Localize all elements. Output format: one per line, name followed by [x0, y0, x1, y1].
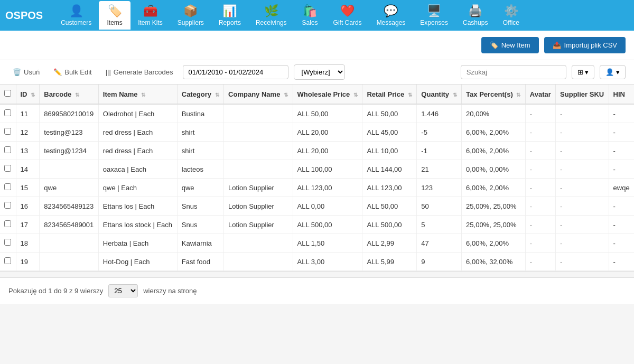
row-checkbox-15[interactable] [4, 183, 11, 190]
cell-tax-percents: 20,00% [462, 104, 526, 123]
row-checkbox-cell[interactable] [0, 123, 16, 142]
top-navigation: OSPOS 👤 Customers 🏷️ Items 🧰 Item Kits 📦… [0, 0, 634, 31]
nav-item-expenses[interactable]: 🖥️ Expenses [413, 1, 455, 30]
row-checkbox-13[interactable] [4, 146, 11, 153]
row-checkbox-cell[interactable] [0, 197, 16, 216]
horizontal-scrollbar[interactable] [0, 271, 634, 277]
row-checkbox-cell[interactable] [0, 234, 16, 253]
cell-supplier-sku: - [556, 123, 609, 142]
cell-id: 11 [16, 104, 40, 123]
delete-label: Usuń [24, 68, 40, 76]
cell-wholesale-price: ALL 500,00 [293, 216, 362, 234]
nav-item-items[interactable]: 🏷️ Items [99, 1, 130, 30]
import-csv-button[interactable]: 📤 Importuj plik CSV [544, 37, 626, 53]
per-page-select[interactable]: 25 50 100 [108, 284, 138, 297]
row-checkbox-16[interactable] [4, 202, 11, 209]
nav-item-messages[interactable]: 💬 Messages [369, 1, 413, 30]
table-row: 19 Hot-Dog | Each Fast food ALL 3,00 ALL… [0, 253, 634, 271]
view-toggle-button[interactable]: ⊞ ▾ [572, 65, 595, 79]
col-header-wholesale-price[interactable]: Wholesale Price ⇅ [293, 85, 362, 104]
cell-hin: - [609, 253, 634, 271]
cell-category: qwe [177, 179, 223, 197]
cell-hin: - [609, 104, 634, 123]
cell-wholesale-price: ALL 0,00 [293, 197, 362, 216]
cell-id: 19 [16, 253, 40, 271]
row-checkbox-17[interactable] [4, 220, 11, 227]
cell-category: Bustina [177, 104, 223, 123]
col-header-hin[interactable]: HIN [609, 85, 634, 104]
col-header-avatar[interactable]: Avatar [525, 85, 555, 104]
cell-retail-price: ALL 500,00 [362, 216, 417, 234]
cell-wholesale-price: ALL 100,00 [293, 160, 362, 179]
col-header-supplier-sku[interactable]: Supplier SKU [556, 85, 609, 104]
col-header-retail-price[interactable]: Retail Price ⇅ [362, 85, 417, 104]
cell-barcode [40, 160, 99, 179]
col-header-barcode[interactable]: Barcode ⇅ [40, 85, 99, 104]
cell-id: 12 [16, 123, 40, 142]
cell-retail-price: ALL 144,00 [362, 160, 417, 179]
cell-tax-percents: 6,00%, 2,00% [462, 123, 526, 142]
col-header-category[interactable]: Category ⇅ [177, 85, 223, 104]
row-checkbox-cell[interactable] [0, 253, 16, 271]
nav-item-suppliers[interactable]: 📦 Suppliers [170, 1, 211, 30]
cell-barcode: 8234565489123 [40, 197, 99, 216]
nav-item-item-kits[interactable]: 🧰 Item Kits [130, 1, 170, 30]
cell-tax-percents: 6,00%, 2,00% [462, 234, 526, 253]
generate-barcodes-button[interactable]: ||| Generate Barcodes [101, 66, 178, 78]
cell-avatar: - [525, 197, 555, 216]
action-bar: 🗑️ Usuń ✏️ Bulk Edit ||| Generate Barcod… [0, 60, 634, 85]
cell-wholesale-price: ALL 123,00 [293, 179, 362, 197]
row-checkbox-cell[interactable] [0, 142, 16, 160]
search-input[interactable] [461, 65, 566, 79]
reports-icon: 📊 [222, 4, 237, 18]
nav-item-reports[interactable]: 📊 Reports [211, 1, 248, 30]
col-header-quantity[interactable]: Quantity ⇅ [417, 85, 462, 104]
nav-item-receivings[interactable]: 🌿 Receivings [248, 1, 294, 30]
delete-button[interactable]: 🗑️ Usuń [8, 66, 44, 78]
cell-avatar: - [525, 216, 555, 234]
row-checkbox-cell[interactable] [0, 216, 16, 234]
sort-icon-category: ⇅ [215, 92, 219, 98]
row-checkbox-18[interactable] [4, 239, 11, 246]
cell-tax-percents: 0,00%, 0,00% [462, 160, 526, 179]
row-checkbox-11[interactable] [4, 109, 11, 116]
row-checkbox-cell[interactable] [0, 104, 16, 123]
row-checkbox-cell[interactable] [0, 160, 16, 179]
cell-category: Kawiarnia [177, 234, 223, 253]
nav-item-cashups[interactable]: 🖨️ Cashups [455, 1, 495, 30]
col-header-company-name[interactable]: Company Name ⇅ [224, 85, 293, 104]
cell-avatar: - [525, 234, 555, 253]
nav-label-receivings: Receivings [256, 19, 287, 26]
col-header-tax-percents[interactable]: Tax Percent(s) ⇅ [462, 85, 526, 104]
nav-item-customers[interactable]: 👤 Customers [53, 1, 99, 30]
sort-icon-company-name: ⇅ [284, 92, 288, 98]
row-checkbox-19[interactable] [4, 257, 11, 264]
cell-hin: - [609, 197, 634, 216]
col-header-id[interactable]: ID ⇅ [16, 85, 40, 104]
new-item-button[interactable]: 🏷️ New Item [481, 37, 539, 53]
nav-item-sales[interactable]: 🛍️ Sales [294, 1, 326, 30]
nav-items-container: 👤 Customers 🏷️ Items 🧰 Item Kits 📦 Suppl… [53, 1, 527, 30]
nav-label-item-kits: Item Kits [138, 19, 163, 26]
nav-item-gift-cards[interactable]: ❤️ Gift Cards [326, 1, 369, 30]
select-all-checkbox[interactable] [4, 90, 11, 97]
cell-company-name [224, 234, 293, 253]
row-checkbox-14[interactable] [4, 165, 11, 172]
table-footer: Pokazuję od 1 do 9 z 9 wierszy 25 50 100… [0, 277, 634, 304]
row-checkbox-cell[interactable] [0, 179, 16, 197]
new-item-icon: 🏷️ [490, 41, 498, 49]
bulk-edit-label: Bulk Edit [64, 68, 91, 76]
edit-icon: ✏️ [53, 68, 62, 76]
category-dropdown[interactable]: [Wybierz] [294, 64, 345, 80]
row-checkbox-12[interactable] [4, 128, 11, 135]
select-all-header[interactable] [0, 85, 16, 104]
items-table: ID ⇅ Barcode ⇅ Item Name ⇅ Category ⇅ Co… [0, 85, 634, 271]
showing-text: Pokazuję od 1 do 9 z 9 wierszy [8, 287, 103, 295]
bulk-edit-button[interactable]: ✏️ Bulk Edit [49, 66, 96, 78]
export-button[interactable]: 👤 ▾ [600, 65, 626, 79]
cell-retail-price: ALL 2,99 [362, 234, 417, 253]
col-header-item-name[interactable]: Item Name ⇅ [98, 85, 177, 104]
nav-item-office[interactable]: ⚙️ Office [495, 1, 527, 30]
date-range-input[interactable] [183, 65, 288, 79]
trash-icon: 🗑️ [13, 68, 21, 76]
